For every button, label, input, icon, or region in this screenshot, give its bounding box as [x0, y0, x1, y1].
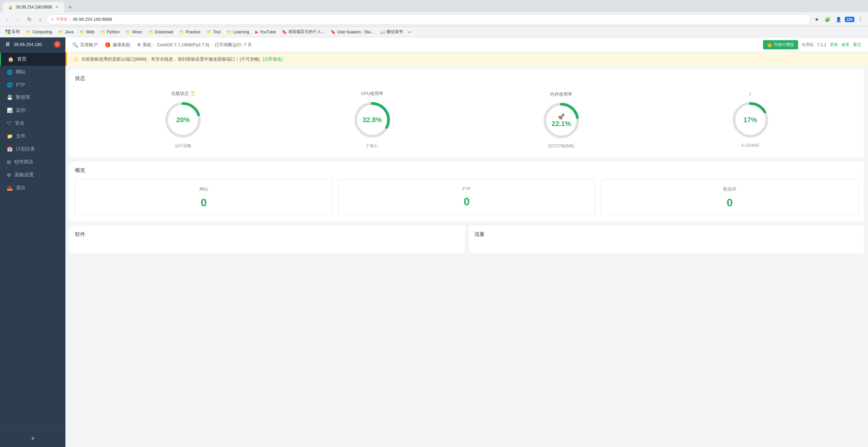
gauge-cpu-label: CPU使用率 [361, 91, 383, 97]
sidebar-item-software[interactable]: ⊞ 软件商店 [0, 156, 65, 169]
new-tab-btn[interactable]: + [65, 3, 75, 12]
bookmark-wechat[interactable]: 📖微信读书 [377, 28, 406, 36]
uptime: 已不间断运行: 7 天 [215, 42, 252, 48]
add-button[interactable]: + [31, 434, 35, 443]
gauge-load: 负载状态 ? 20% 运行流畅 [163, 91, 203, 149]
main-content: 🔍 宝塔账户 🎁 邀请奖励 ⚙ 系统： CentOS 7.7.1908(Py2.… [65, 37, 868, 447]
sidebar-database-label: 数据库 [16, 94, 30, 100]
reload-button[interactable]: ↻ [25, 15, 34, 24]
bookmark-download[interactable]: 📁Download [146, 29, 176, 35]
bookmark-tool[interactable]: 📁Tool [204, 29, 223, 35]
website-card-value: 0 [82, 196, 325, 209]
system-value: CentOS 7.7.1908(Py2.7.5) [157, 42, 209, 47]
gift-icon: 🎁 [105, 42, 110, 48]
monitor-icon: 📊 [7, 108, 13, 113]
bookmark-youtube[interactable]: ▶YouTube [253, 29, 278, 35]
sidebar-ip: 39.99.254.180 [14, 42, 42, 47]
restore-link[interactable]: 修复 [841, 42, 850, 48]
security-label: 不安全 [56, 17, 67, 22]
top-bar: 🔍 宝塔账户 🎁 邀请奖励 ⚙ 系统： CentOS 7.7.1908(Py2.… [65, 37, 868, 52]
bookmark-learning[interactable]: 📁Learning [224, 29, 252, 35]
update-link[interactable]: 更新 [830, 42, 838, 48]
ftp-card-label: FTP [345, 186, 589, 191]
software-icon: ⊞ [7, 159, 11, 165]
warning-fix-link[interactable]: [立即修改] [262, 56, 283, 62]
account-item[interactable]: 🔍 宝塔账户 [72, 42, 98, 48]
database-card-value: 0 [608, 196, 851, 209]
home-button[interactable]: ⌂ [35, 15, 45, 24]
sidebar-item-security[interactable]: 🛡 安全 [0, 117, 65, 130]
extensions-icon[interactable]: 🧩 [823, 15, 833, 24]
sidebar-item-files[interactable]: 📁 文件 [0, 130, 65, 143]
sidebar-item-home[interactable]: 🏠 首页 [0, 53, 65, 66]
ftp-icon: 🌐 [7, 82, 13, 87]
extension-badge: 225 [845, 17, 854, 22]
more-bookmarks[interactable]: » [406, 28, 413, 35]
bookmark-practice[interactable]: 📁Practice [177, 29, 203, 35]
overview-card-ftp: FTP 0 [338, 179, 596, 216]
gauge-memory: 内存使用率 🚀 22.1% 837/3789(MB) [541, 91, 582, 148]
bookmark-apps[interactable]: 应用 [3, 28, 22, 36]
sidebar-ftp-label: FTP [16, 82, 25, 87]
back-button[interactable]: ‹ [3, 15, 12, 24]
search-icon: 🔍 [72, 42, 78, 48]
gauge-disk-sub: 6.1G/40G [742, 143, 759, 148]
bookmark-java[interactable]: 📁Java [56, 29, 76, 35]
forward-button[interactable]: › [14, 15, 23, 24]
bookmark-mooc[interactable]: 📁Mooc [123, 29, 145, 35]
warning-text: 当前面板使用的是默认端口[8888]，有安全隐患，请到面板设置中修改面板端口！[… [81, 56, 260, 62]
top-bar-right: 👑 升级付费版 免费版 7.1.1 更新 修复 重启 [763, 40, 861, 49]
gauge-load-chart: 20% [163, 99, 203, 140]
invite-item[interactable]: 🎁 邀请奖励 [105, 42, 130, 48]
sidebar-item-website[interactable]: 🌐 网站 [0, 66, 65, 79]
gauge-memory-value: 22.1% [552, 120, 571, 128]
close-tab-icon[interactable]: ✕ [55, 5, 59, 10]
gauge-memory-icon: 🚀 [552, 113, 571, 120]
system-item: ⚙ 系统： CentOS 7.7.1908(Py2.7.5) 已不间断运行: 7… [137, 42, 252, 48]
sidebar-files-label: 文件 [16, 133, 26, 139]
bookmark-computing[interactable]: 📁Computing [23, 29, 55, 35]
sidebar-website-label: 网站 [16, 69, 26, 75]
sidebar-nav: 🏠 首页 🌐 网站 🌐 FTP 💾 数据库 📊 监控 🛡 安全 [0, 51, 65, 430]
sidebar-item-ftp[interactable]: 🌐 FTP [0, 79, 65, 91]
gauge-load-label: 负载状态 ? [171, 91, 195, 97]
gauge-memory-label: 内存使用率 [550, 91, 572, 97]
account-label: 宝塔账户 [80, 42, 98, 48]
sidebar-item-logout[interactable]: 📤 退出 [0, 181, 65, 194]
active-tab[interactable]: 🔒 39.99.254.180:8888 ✕ [3, 2, 64, 12]
upgrade-button[interactable]: 👑 升级付费版 [763, 40, 798, 49]
bookmark-web[interactable]: 📁Web [77, 29, 97, 35]
version-text: 7.1.1 [817, 43, 826, 47]
panel-icon: ⚙ [7, 172, 11, 178]
more-menu-icon[interactable]: ⋮ [856, 15, 865, 24]
bottom-sections: 软件 流量 [70, 226, 864, 253]
database-card-label: 数据库 [608, 186, 851, 192]
sidebar-item-panel[interactable]: ⚙ 面板设置 [0, 169, 65, 181]
sidebar-logout-label: 退出 [16, 185, 26, 191]
restart-link[interactable]: 重启 [853, 42, 861, 48]
overview-card-website: 网站 0 [75, 179, 333, 216]
overview-title: 概览 [75, 167, 858, 174]
bookmark-user[interactable]: 🔖User liuawen - Sta... [328, 29, 377, 35]
bookmark-python[interactable]: 📁Python [98, 29, 122, 35]
gauge-load-sub: 运行流畅 [175, 143, 191, 149]
gauge-memory-chart: 🚀 22.1% [541, 100, 582, 141]
profile-icon[interactable]: 👤 [834, 15, 843, 24]
gauge-memory-sub: 837/3789(MB) [548, 144, 574, 148]
sidebar-panel-label: 面板设置 [15, 172, 34, 178]
website-card-label: 网站 [82, 186, 325, 192]
traffic-title: 流量 [474, 231, 859, 238]
home-icon: 🏠 [8, 57, 14, 62]
sidebar-item-database[interactable]: 💾 数据库 [0, 91, 65, 104]
overview-cards: 网站 0 FTP 0 数据库 0 [75, 179, 858, 216]
sidebar-item-monitor[interactable]: 📊 监控 [0, 104, 65, 117]
top-bar-left: 🔍 宝塔账户 🎁 邀请奖励 ⚙ 系统： CentOS 7.7.1908(Py2.… [72, 42, 252, 48]
warning-triangle-icon: ⚠ [74, 56, 78, 62]
warning-banner: ⚠ 当前面板使用的是默认端口[8888]，有安全隐患，请到面板设置中修改面板端口… [65, 52, 868, 66]
bookmark-jinawen[interactable]: 🔖渐若窥宏大的个人... [279, 28, 327, 36]
gauge-disk-chart: 17% [730, 99, 771, 140]
bookmark-star-icon[interactable]: ★ [812, 15, 822, 24]
sidebar-item-cron[interactable]: 📅 计划任务 [0, 143, 65, 156]
address-bar[interactable]: ⚠ 不安全 | 39.99.254.180:8888 [46, 14, 811, 25]
gauge-cpu: CPU使用率 32.8% 2 核心 [352, 91, 393, 149]
